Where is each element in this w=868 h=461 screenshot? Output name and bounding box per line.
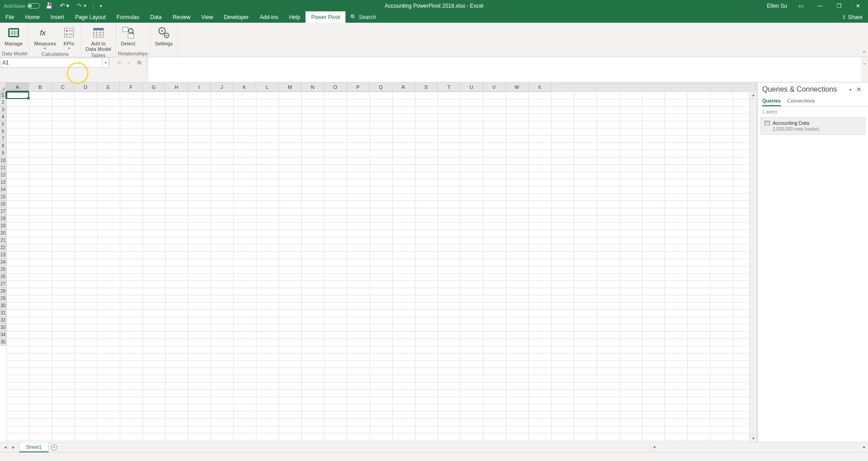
minimize-icon[interactable]: — bbox=[812, 0, 828, 11]
expand-formula-bar-icon[interactable]: ⌄ bbox=[861, 57, 868, 68]
row-header[interactable]: 13 bbox=[0, 179, 6, 186]
user-name[interactable]: Ellen Su bbox=[764, 3, 790, 9]
column-header[interactable]: H bbox=[165, 83, 188, 92]
row-header[interactable]: 21 bbox=[0, 237, 6, 244]
row-header[interactable]: 20 bbox=[0, 230, 6, 237]
row-header[interactable]: 10 bbox=[0, 157, 6, 164]
tab-insert[interactable]: Insert bbox=[45, 11, 69, 23]
row-header[interactable]: 12 bbox=[0, 172, 6, 179]
kpis-button[interactable]: KPIs ▾ bbox=[59, 24, 79, 51]
column-header[interactable]: D bbox=[74, 83, 97, 92]
row-header[interactable]: 3 bbox=[0, 106, 6, 113]
row-header[interactable]: 34 bbox=[0, 331, 6, 338]
manage-button[interactable]: Manage bbox=[2, 24, 25, 51]
row-header[interactable]: 33 bbox=[0, 324, 6, 331]
tab-developer[interactable]: Developer bbox=[218, 11, 254, 23]
row-header[interactable]: 7 bbox=[0, 135, 6, 142]
row-header[interactable]: 35 bbox=[0, 338, 6, 346]
redo-icon[interactable]: ↷ ▾ bbox=[75, 2, 89, 9]
row-header[interactable]: 26 bbox=[0, 273, 6, 280]
share-button[interactable]: ⇪ Share bbox=[836, 14, 868, 20]
scroll-right-icon[interactable]: ► bbox=[861, 444, 868, 451]
tab-review[interactable]: Review bbox=[167, 11, 196, 23]
column-header[interactable]: U bbox=[460, 83, 483, 92]
row-header[interactable]: 25 bbox=[0, 266, 6, 273]
column-header[interactable]: O bbox=[324, 83, 347, 92]
row-header[interactable]: 28 bbox=[0, 288, 6, 295]
row-header[interactable]: 29 bbox=[0, 295, 6, 302]
row-header[interactable]: 5 bbox=[0, 121, 6, 128]
column-header[interactable]: B bbox=[29, 83, 52, 92]
settings-button[interactable]: Settings bbox=[152, 24, 176, 51]
column-header[interactable]: S bbox=[415, 83, 438, 92]
detect-button[interactable]: Detect bbox=[118, 24, 138, 51]
column-header[interactable]: Q bbox=[370, 83, 392, 92]
row-header[interactable]: 11 bbox=[0, 164, 6, 172]
tab-data[interactable]: Data bbox=[145, 11, 167, 23]
name-box[interactable] bbox=[0, 58, 103, 68]
row-header[interactable]: 9 bbox=[0, 150, 6, 157]
undo-icon[interactable]: ↶ ▾ bbox=[58, 2, 72, 9]
row-header[interactable]: 14 bbox=[0, 186, 6, 193]
vertical-scrollbar[interactable]: ▲ ▼ bbox=[750, 92, 757, 442]
column-header[interactable]: V bbox=[483, 83, 506, 92]
row-header[interactable]: 27 bbox=[0, 280, 6, 288]
maximize-icon[interactable]: ❐ bbox=[831, 0, 847, 11]
row-header[interactable]: 17 bbox=[0, 208, 6, 215]
tab-connections[interactable]: Connections bbox=[787, 96, 815, 106]
qat-customize-icon[interactable]: ▾ bbox=[98, 4, 104, 8]
row-header[interactable]: 19 bbox=[0, 222, 6, 230]
column-header[interactable]: X bbox=[528, 83, 551, 92]
column-header[interactable]: E bbox=[97, 83, 120, 92]
row-header[interactable]: 15 bbox=[0, 193, 6, 201]
row-header[interactable]: 30 bbox=[0, 302, 6, 309]
cells-area[interactable] bbox=[6, 92, 750, 442]
column-header[interactable]: C bbox=[52, 83, 74, 92]
row-header[interactable]: 16 bbox=[0, 201, 6, 208]
column-header[interactable]: T bbox=[438, 83, 460, 92]
scroll-up-icon[interactable]: ▲ bbox=[750, 92, 757, 99]
column-header[interactable]: A bbox=[6, 83, 29, 92]
close-icon[interactable]: ✕ bbox=[850, 0, 866, 11]
tab-home[interactable]: Home bbox=[20, 11, 45, 23]
row-header[interactable]: 1 bbox=[0, 92, 6, 99]
row-header[interactable]: 22 bbox=[0, 244, 6, 251]
column-header[interactable]: L bbox=[256, 83, 279, 92]
row-header[interactable]: 2 bbox=[0, 99, 6, 106]
insert-function-icon[interactable]: fx bbox=[135, 58, 144, 67]
queries-pane-dropdown-icon[interactable]: ▾ bbox=[847, 87, 854, 92]
name-box-dropdown-icon[interactable]: ▾ bbox=[103, 58, 109, 68]
ribbon-display-options-icon[interactable]: ▭ bbox=[793, 0, 809, 11]
column-header[interactable]: K bbox=[233, 83, 256, 92]
tab-formulas[interactable]: Formulas bbox=[111, 11, 145, 23]
autosave-toggle[interactable]: AutoSave bbox=[4, 3, 40, 9]
column-header[interactable]: J bbox=[211, 83, 233, 92]
horizontal-scrollbar[interactable]: ◄ ► bbox=[650, 444, 868, 451]
column-header[interactable]: P bbox=[347, 83, 370, 92]
save-icon[interactable]: 💾 bbox=[44, 2, 54, 9]
row-header[interactable]: 23 bbox=[0, 251, 6, 259]
add-to-data-model-button[interactable]: Add to Data Model bbox=[83, 24, 114, 53]
row-header[interactable]: 32 bbox=[0, 317, 6, 324]
queries-pane-close-icon[interactable]: ✕ bbox=[854, 86, 863, 93]
column-header[interactable]: R bbox=[392, 83, 415, 92]
collapse-ribbon-icon[interactable]: ^ bbox=[863, 50, 865, 55]
scroll-left-icon[interactable]: ◄ bbox=[651, 444, 658, 451]
tab-page-layout[interactable]: Page Layout bbox=[69, 11, 111, 23]
sheet-tab-sheet1[interactable]: Sheet1 bbox=[19, 442, 49, 452]
select-all-button[interactable] bbox=[0, 83, 6, 92]
row-header[interactable]: 24 bbox=[0, 259, 6, 266]
row-header[interactable]: 6 bbox=[0, 128, 6, 135]
column-header[interactable]: W bbox=[506, 83, 528, 92]
active-cell[interactable] bbox=[6, 92, 29, 99]
tell-me-search[interactable]: 🔍 Search bbox=[345, 14, 380, 20]
scroll-down-icon[interactable]: ▼ bbox=[750, 435, 757, 442]
tab-file[interactable]: File bbox=[0, 11, 20, 23]
query-item[interactable]: Accounting Data 2,000,000 rows loaded. bbox=[760, 117, 865, 135]
row-header[interactable]: 31 bbox=[0, 309, 6, 317]
add-sheet-button[interactable]: + bbox=[49, 442, 59, 452]
column-header[interactable]: M bbox=[279, 83, 301, 92]
column-header[interactable]: I bbox=[188, 83, 211, 92]
tab-power-pivot[interactable]: Power Pivot bbox=[306, 11, 345, 23]
row-header[interactable]: 8 bbox=[0, 142, 6, 150]
